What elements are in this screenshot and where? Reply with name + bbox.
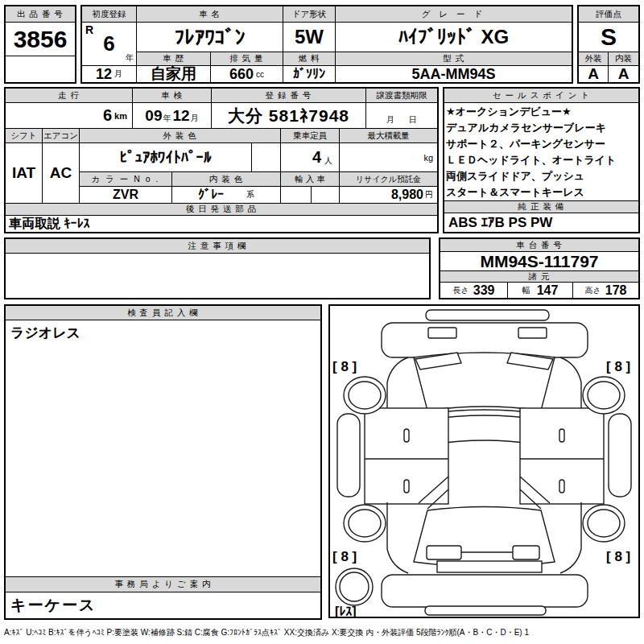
history-value: 自家用 — [137, 66, 211, 82]
car-name-label: 車 名 — [137, 6, 283, 23]
transfer-label: 譲渡書類期限 — [366, 89, 437, 103]
wheel-rear-left-inner — [349, 510, 381, 537]
history-label: 車 歴 — [137, 52, 211, 66]
recycle-unit: 円 — [425, 189, 433, 200]
sales-line: サポート２、パーキングセンサー — [446, 136, 605, 152]
color-no-value: ZVR — [80, 187, 172, 203]
front-fender-left — [387, 357, 408, 409]
chassis-number: MM94S-111797 — [440, 252, 638, 271]
width-cell: 幅 147 — [508, 283, 573, 298]
width-label: 幅 — [522, 285, 530, 296]
front-fender-right — [560, 357, 581, 409]
score-label: 評価点 — [579, 6, 638, 23]
recycle-value: 8,980 — [391, 188, 423, 202]
auction-sheet: 出 品 番 号 3856 初度登録 R 6 年 12 月 車 名 ﾌﾚｱﾜｺﾞﾝ… — [0, 0, 644, 644]
registration-block: 走 行 車 検 登 録 番 号 譲渡書類期限 6 km 09 年 12 月 大分… — [4, 87, 439, 233]
vehicle-header-box: 初度登録 R 6 年 12 月 車 名 ﾌﾚｱﾜｺﾞﾝ ドア形状 5W グ レ … — [80, 5, 573, 84]
notes-label: 注 意 事 項 欄 — [6, 239, 429, 254]
tire-depth-front-left: [ 8 ] — [332, 359, 357, 374]
inspector-box: 検 査 員 記 入 欄 ラジオレス 事 務 局 よ り ご 案 内 キーケース — [4, 304, 322, 620]
hatch-detail-left — [427, 546, 461, 559]
oem-equipment-value: ABS ｴｱB PS PW — [444, 213, 638, 232]
rear-fender-left — [387, 502, 408, 573]
wheel-front-left-inner — [349, 382, 381, 409]
year-suffix: 年 — [126, 52, 134, 64]
interior-grade: A — [609, 66, 638, 82]
inspection-year: 09 — [145, 107, 162, 125]
ext-color-value: ﾋﾟｭｱﾎﾜｲﾄﾊﾟｰﾙ — [80, 143, 251, 172]
notes-content — [6, 254, 429, 298]
spare-tire-inner — [340, 572, 369, 601]
inspection-month: 12 — [173, 107, 190, 125]
import-cell-1 — [281, 187, 312, 203]
later-parts-label: 後 日 発 送 部 品 — [6, 203, 437, 216]
inspection-cell: 09 年 12 月 — [133, 103, 212, 129]
door-handle-right-rear — [559, 480, 564, 493]
auction-no-value: 3856 — [6, 23, 75, 56]
inspection-label: 車 検 — [133, 89, 212, 103]
capacity-value: 4 — [312, 148, 321, 167]
displacement-cell: 660 cc — [211, 66, 283, 82]
chassis-box: 車 台 番 号 MM94S-111797 諸 元 長さ 339 幅 147 高さ… — [439, 237, 640, 299]
displacement-label: 排 気 量 — [211, 52, 283, 66]
capacity-label: 乗車定員 — [281, 129, 340, 143]
office-label: 事 務 局 よ り ご 案 内 — [6, 576, 320, 592]
door-shape-value: 5W — [283, 23, 336, 52]
shift-label: シフト — [6, 129, 43, 143]
capacity-cell: 4 人 — [281, 143, 340, 172]
recycle-cell: 8,980 円 — [340, 187, 437, 203]
auction-no-box: 出 品 番 号 3856 — [4, 5, 76, 84]
mileage-cell: 6 km — [6, 103, 133, 129]
score-value: S — [579, 23, 638, 52]
mileage-label: 走 行 — [6, 89, 133, 103]
door-handle-right-front — [559, 429, 564, 442]
mileage-value: 6 — [103, 106, 112, 125]
width-value: 147 — [537, 283, 559, 298]
hatch-detail-right — [513, 546, 539, 559]
reg-no-label: 登 録 番 号 — [212, 89, 366, 103]
side-rail-right — [609, 414, 631, 497]
first-reg-label: 初度登録 — [82, 6, 137, 23]
hatch-garnish — [437, 561, 542, 572]
exterior-grade: A — [579, 66, 609, 82]
rear-fender-right — [560, 502, 581, 573]
sales-point-box: セ ー ル ス ポ イ ン ト ★オークションデビュー★ デュアルカメラセンサー… — [443, 87, 640, 233]
inspector-content: ラジオレス — [6, 320, 320, 576]
inspection-month-suffix: 月 — [191, 113, 199, 124]
first-reg-year: 6 — [103, 31, 114, 56]
car-diagram-box: [ 8 ] [ 8 ] [ 8 ] [ 8 ] [ﾚｽ] — [328, 304, 640, 618]
aircon-value: AC — [43, 143, 80, 203]
first-reg-year-cell: R 6 年 — [82, 23, 137, 66]
recycle-label: リサイクル預託金 — [340, 172, 437, 187]
wheel-front-right-inner — [588, 382, 620, 409]
color-no-label: カ ラ ー N o . — [80, 172, 172, 187]
transfer-cell: 月 日 — [366, 103, 437, 129]
max-load-cell: kg — [340, 143, 437, 172]
front-grille-bar — [426, 310, 549, 320]
int-color-label: 内 装 色 — [172, 172, 281, 187]
door-handle-left-rear — [404, 480, 409, 493]
sales-line: ＬＥＤヘッドライト、オートライト — [446, 152, 616, 168]
ext-color-extra-cell — [251, 143, 281, 172]
spare-tire-label: [ﾚｽ] — [335, 605, 357, 617]
length-label: 長さ — [453, 285, 469, 296]
sales-line: デュアルカメラセンサーブレーキ — [446, 120, 606, 136]
front-bumper-detail-left — [428, 328, 456, 338]
height-label: 高さ — [585, 285, 601, 296]
auction-no-label: 出 品 番 号 — [6, 6, 75, 23]
sales-point-lines: ★オークションデビュー★ デュアルカメラセンサーブレーキ サポート２、パーキング… — [444, 103, 638, 200]
model-value: 5AA-MM94S — [336, 66, 572, 82]
int-color-suffix: 系 — [246, 189, 254, 200]
later-parts-value: 車両取説 ｷｰﾚｽ — [6, 216, 437, 232]
fuel-label: 燃 料 — [283, 52, 336, 66]
height-cell: 高さ 178 — [573, 283, 638, 298]
transfer-month: 月 — [386, 114, 394, 126]
rear-lower-bar — [425, 606, 546, 615]
first-reg-month: 12 — [96, 66, 112, 82]
spec-label: 諸 元 — [440, 271, 638, 283]
legend-footer: A:ｷｽﾞ U:ﾍｺﾐ B:ｷｽﾞを伴うﾍｺﾐ P:要塗装 W:補修跡 S:錆 … — [4, 625, 642, 640]
notes-box: 注 意 事 項 欄 — [4, 237, 431, 299]
sales-point-label: セ ー ル ス ポ イ ン ト — [444, 89, 638, 103]
exterior-label: 外装 — [579, 52, 609, 66]
score-box: 評価点 S 外装 内装 A A — [577, 5, 640, 84]
